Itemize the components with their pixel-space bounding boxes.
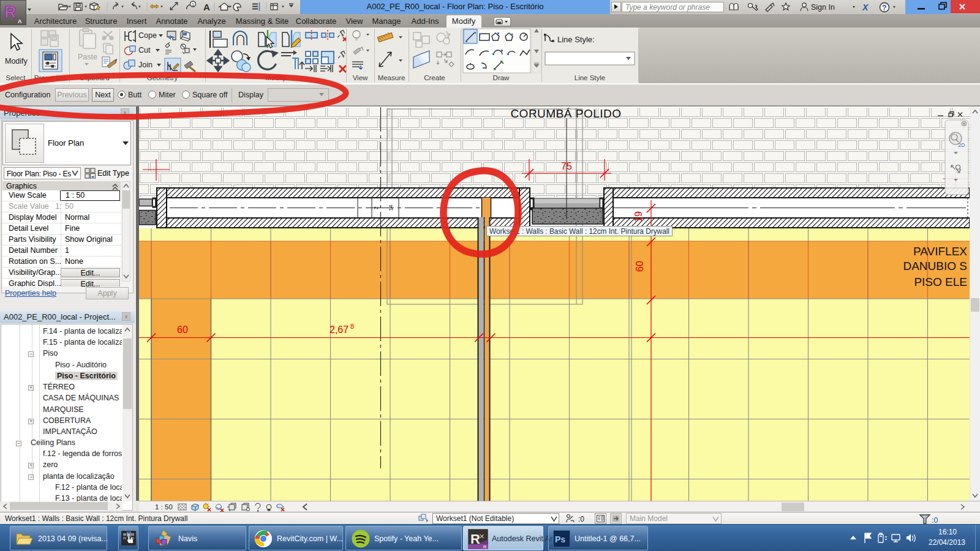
svg-text:8: 8: [350, 323, 354, 330]
svg-text:CORUMBÁ POLIDO: CORUMBÁ POLIDO: [510, 107, 621, 120]
svg-text::0: :0: [932, 516, 938, 525]
svg-text:A: A: [203, 2, 210, 12]
svg-text:2: 2: [373, 206, 379, 209]
svg-text:?: ?: [882, 4, 886, 12]
svg-text:Cope: Cope: [138, 31, 157, 40]
svg-text:2,67: 2,67: [330, 324, 349, 335]
svg-text:R: R: [483, 544, 487, 549]
svg-text:19: 19: [633, 211, 644, 222]
svg-text:Cut: Cut: [138, 46, 151, 54]
svg-text:Join: Join: [138, 61, 153, 69]
svg-text:2D: 2D: [958, 142, 965, 148]
svg-text:Line Style:: Line Style:: [557, 35, 595, 44]
svg-text::0: :0: [578, 515, 584, 523]
svg-text:A: A: [18, 18, 22, 24]
svg-text:PISO ELE: PISO ELE: [914, 276, 967, 288]
svg-text:✕: ✕: [479, 533, 484, 540]
svg-text:PAVIFLEX: PAVIFLEX: [913, 245, 967, 258]
svg-text:Paste: Paste: [78, 53, 97, 61]
svg-text:14: 14: [388, 204, 394, 211]
svg-text:Sign In: Sign In: [811, 3, 835, 12]
svg-text:60: 60: [177, 324, 188, 335]
svg-text:1: 1: [192, 2, 195, 7]
svg-text:X: X: [862, 2, 869, 12]
svg-text:R: R: [4, 3, 17, 21]
svg-text:Ps: Ps: [555, 534, 565, 544]
svg-text:DANUBIO S: DANUBIO S: [903, 260, 967, 272]
svg-text:60: 60: [635, 261, 645, 272]
svg-text:75: 75: [561, 161, 572, 171]
svg-text:Modify: Modify: [5, 57, 28, 66]
